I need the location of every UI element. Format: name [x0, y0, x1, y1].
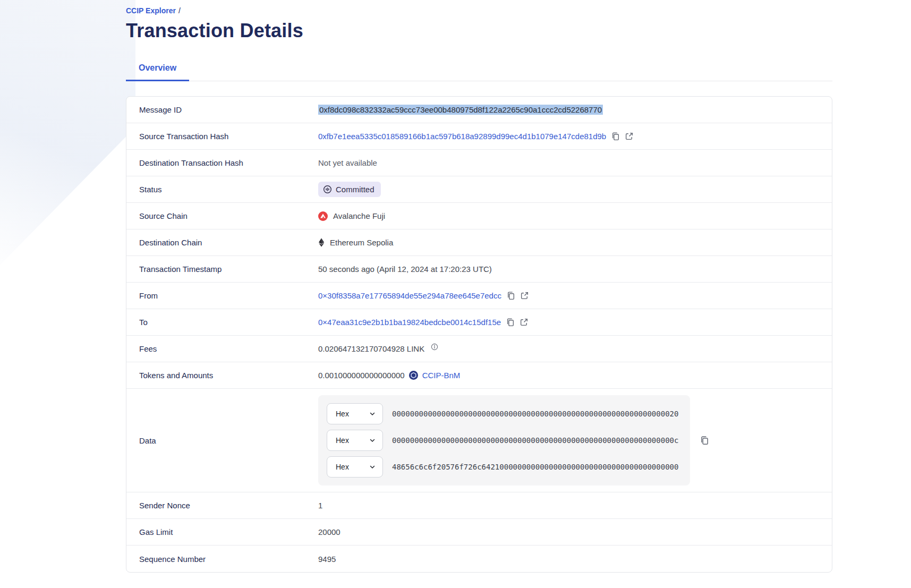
sequence-number-label: Sequence Number — [139, 555, 318, 564]
row-timestamp: Transaction Timestamp 50 seconds ago (Ap… — [126, 256, 832, 283]
transaction-details-page: CCIP Explorer/ Transaction Details Overv… — [126, 6, 832, 573]
copy-icon[interactable] — [611, 132, 620, 141]
external-link-icon[interactable] — [625, 132, 634, 141]
data-label: Data — [139, 436, 318, 445]
gas-limit-label: Gas Limit — [139, 527, 318, 536]
breadcrumb: CCIP Explorer/ — [126, 6, 832, 15]
encoding-select[interactable]: Hex — [327, 430, 383, 451]
background-gradient-decoration — [0, 0, 135, 276]
chevron-down-icon — [369, 411, 376, 417]
to-label: To — [139, 318, 318, 327]
ccip-bnm-token-link[interactable]: CCIP-BnM — [422, 371, 461, 380]
encoding-select-value: Hex — [336, 410, 349, 418]
sender-nonce-label: Sender Nonce — [139, 501, 318, 510]
timestamp-value: 50 seconds ago (April 12, 2024 at 17:20:… — [318, 265, 492, 274]
to-address-link[interactable]: 0×47eaa31c9e2b1b1ba19824bedcbe0014c15df1… — [318, 318, 501, 327]
data-line: Hex 48656c6c6f20576f726c6421000000000000… — [327, 456, 682, 478]
encoding-select-value: Hex — [336, 463, 349, 471]
row-source-tx-hash: Source Transaction Hash 0xfb7e1eea5335c0… — [126, 123, 832, 150]
encoding-select[interactable]: Hex — [327, 403, 383, 424]
fees-label: Fees — [139, 344, 318, 353]
encoding-select-value: Hex — [336, 436, 349, 445]
ethereum-sepolia-icon — [318, 238, 325, 247]
source-tx-hash-label: Source Transaction Hash — [139, 132, 318, 141]
page-title: Transaction Details — [126, 20, 832, 42]
encoding-select[interactable]: Hex — [327, 456, 383, 478]
dest-chain-label: Destination Chain — [139, 238, 318, 247]
data-hex-box: Hex 000000000000000000000000000000000000… — [318, 395, 690, 485]
tab-bar: Overview — [126, 63, 832, 81]
row-dest-tx-hash: Destination Transaction Hash Not yet ava… — [126, 150, 832, 176]
data-line: Hex 000000000000000000000000000000000000… — [327, 430, 682, 451]
row-data: Data Hex 0000000000000000000000000000000… — [126, 389, 832, 492]
transaction-details-card: Message ID 0xf8dc098c832332ac59ccc73ee00… — [126, 96, 832, 573]
sender-nonce-value: 1 — [318, 501, 322, 510]
fees-value: 0.020647132170704928 LINK — [318, 344, 424, 353]
message-id-label: Message ID — [139, 105, 318, 114]
status-badge: Committed — [318, 182, 381, 197]
breadcrumb-separator: / — [178, 6, 181, 15]
data-hex-value: 48656c6c6f20576f726c64210000000000000000… — [392, 463, 678, 471]
row-from: From 0×30f8358a7e17765894de55e294a78ee64… — [126, 283, 832, 309]
row-message-id: Message ID 0xf8dc098c832332ac59ccc73ee00… — [126, 97, 832, 123]
external-link-icon[interactable] — [520, 318, 529, 327]
data-hex-value: 0000000000000000000000000000000000000000… — [392, 436, 678, 445]
info-icon[interactable] — [431, 343, 438, 351]
data-hex-value: 0000000000000000000000000000000000000000… — [392, 410, 678, 418]
chevron-down-icon — [369, 437, 376, 444]
row-sender-nonce: Sender Nonce 1 — [126, 492, 832, 519]
source-tx-hash-link[interactable]: 0xfb7e1eea5335c018589166b1ac597b618a9289… — [318, 132, 606, 141]
avalanche-fuji-icon — [318, 211, 328, 221]
committed-status-icon — [323, 185, 332, 194]
row-dest-chain: Destination Chain Ethereum Sepolia — [126, 229, 832, 256]
source-chain-value: Avalanche Fuji — [333, 211, 385, 220]
row-to: To 0×47eaa31c9e2b1b1ba19824bedcbe0014c15… — [126, 309, 832, 336]
external-link-icon[interactable] — [520, 291, 529, 300]
breadcrumb-ccip-explorer-link[interactable]: CCIP Explorer — [126, 6, 176, 15]
ccip-bnm-token-icon — [409, 371, 418, 380]
row-fees: Fees 0.020647132170704928 LINK — [126, 336, 832, 362]
gas-limit-value: 20000 — [318, 527, 340, 536]
copy-icon[interactable] — [506, 291, 515, 300]
row-sequence-number: Sequence Number 9495 — [126, 546, 832, 572]
from-address-link[interactable]: 0×30f8358a7e17765894de55e294a78ee645e7ed… — [318, 291, 501, 300]
tokens-label: Tokens and Amounts — [139, 371, 318, 380]
token-amount-value: 0.001000000000000000 — [318, 371, 405, 380]
message-id-value: 0xf8dc098c832332ac59ccc73ee00b480975d8f1… — [318, 105, 603, 115]
row-tokens: Tokens and Amounts 0.001000000000000000 … — [126, 362, 832, 389]
dest-tx-hash-value: Not yet available — [318, 158, 377, 167]
row-source-chain: Source Chain Avalanche Fuji — [126, 203, 832, 229]
status-label: Status — [139, 185, 318, 194]
row-status: Status Committed — [126, 176, 832, 203]
copy-icon[interactable] — [506, 318, 515, 327]
chevron-down-icon — [369, 464, 376, 470]
copy-icon[interactable] — [700, 436, 709, 445]
tab-overview[interactable]: Overview — [126, 63, 189, 81]
row-gas-limit: Gas Limit 20000 — [126, 519, 832, 546]
dest-chain-value: Ethereum Sepolia — [330, 238, 393, 247]
from-label: From — [139, 291, 318, 300]
sequence-number-value: 9495 — [318, 555, 336, 564]
status-badge-text: Committed — [336, 185, 374, 194]
dest-tx-hash-label: Destination Transaction Hash — [139, 158, 318, 167]
data-line: Hex 000000000000000000000000000000000000… — [327, 403, 682, 424]
source-chain-label: Source Chain — [139, 211, 318, 220]
timestamp-label: Transaction Timestamp — [139, 265, 318, 274]
